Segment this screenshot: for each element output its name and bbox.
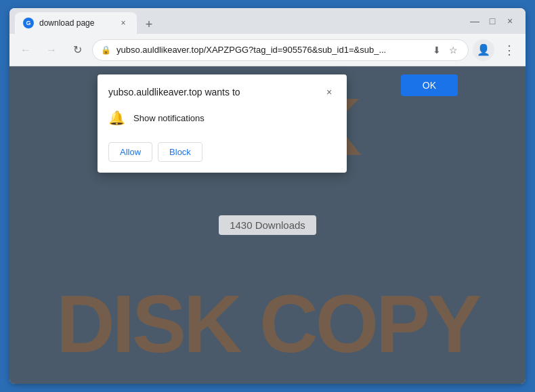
forward-icon: → <box>46 44 57 56</box>
browser-window: G download page × + — □ × <box>9 8 526 384</box>
profile-button[interactable]: 👤 <box>473 39 494 61</box>
reload-icon: ↻ <box>73 43 82 56</box>
tab-title: download page <box>39 18 112 28</box>
address-actions: ⬇ ☆ <box>430 43 460 57</box>
maximize-button[interactable]: □ <box>488 16 497 26</box>
dialog-actions: Allow Block <box>98 137 347 173</box>
minimize-button[interactable]: — <box>470 16 479 26</box>
lock-icon: 🔒 <box>101 45 111 55</box>
notification-dialog: yubso.auldlikeaver.top wants to × 🔔 Show… <box>98 74 347 173</box>
forward-button[interactable]: → <box>41 39 62 61</box>
window-controls: — □ × <box>470 16 520 26</box>
title-bar: G download page × + — □ × <box>9 8 526 34</box>
active-tab[interactable]: G download page × <box>15 12 137 34</box>
download-status-icon[interactable]: ⬇ <box>430 43 444 57</box>
dialog-permission: 🔔 Show notifications <box>98 104 347 137</box>
dialog-overlay: yubso.auldlikeaver.top wants to × 🔔 Show… <box>9 66 526 384</box>
ok-button-container: OK <box>401 74 458 96</box>
ok-button[interactable]: OK <box>401 74 458 96</box>
close-button[interactable]: × <box>505 16 515 26</box>
tab-favicon: G <box>23 18 34 28</box>
toolbar: ← → ↻ 🔒 yubso.auldlikeaver.top/XAPZPGG?t… <box>9 34 526 66</box>
tab-close-button[interactable]: × <box>118 18 129 28</box>
back-icon: ← <box>20 44 31 56</box>
dialog-header: yubso.auldlikeaver.top wants to × <box>98 74 347 104</box>
reload-button[interactable]: ↻ <box>66 39 88 61</box>
bell-icon: 🔔 <box>108 110 125 126</box>
tab-area: G download page × + <box>15 8 467 34</box>
bookmark-icon[interactable]: ☆ <box>446 43 460 57</box>
page-content: DISK 1430 Downloads DISK COPY yubso.auld… <box>9 66 526 384</box>
menu-icon: ⋮ <box>503 43 515 58</box>
menu-button[interactable]: ⋮ <box>498 39 520 61</box>
dialog-close-button[interactable]: × <box>322 85 336 99</box>
permission-text: Show notifications <box>133 113 205 123</box>
address-text: yubso.auldlikeaver.top/XAPZPGG?tag_id=90… <box>116 45 425 55</box>
block-button[interactable]: Block <box>158 142 202 162</box>
new-tab-button[interactable]: + <box>140 15 158 34</box>
profile-icon: 👤 <box>477 43 490 56</box>
allow-button[interactable]: Allow <box>108 142 152 162</box>
dialog-title: yubso.auldlikeaver.top wants to <box>108 87 240 97</box>
back-button[interactable]: ← <box>15 39 37 61</box>
address-bar[interactable]: 🔒 yubso.auldlikeaver.top/XAPZPGG?tag_id=… <box>92 39 469 61</box>
